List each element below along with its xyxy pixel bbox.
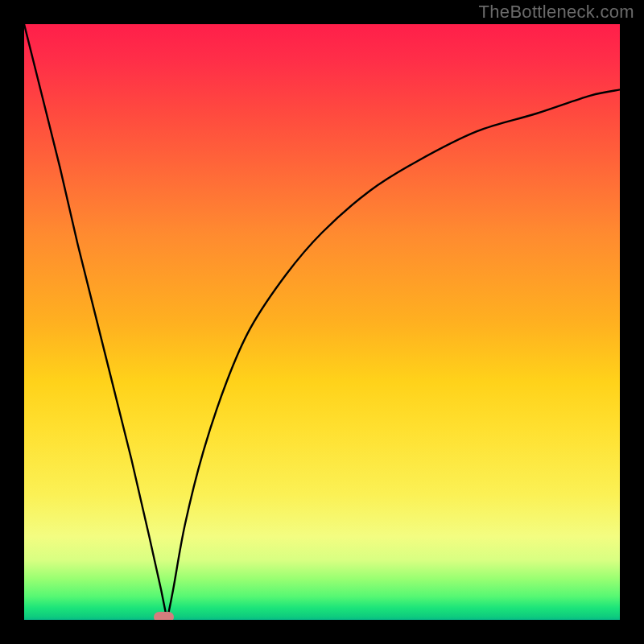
curve-path [24, 24, 620, 620]
watermark-text: TheBottleneck.com [479, 2, 634, 23]
plot-area [24, 24, 620, 620]
bottleneck-curve [24, 24, 620, 620]
valley-marker [154, 612, 174, 620]
chart-frame: TheBottleneck.com [0, 0, 644, 644]
